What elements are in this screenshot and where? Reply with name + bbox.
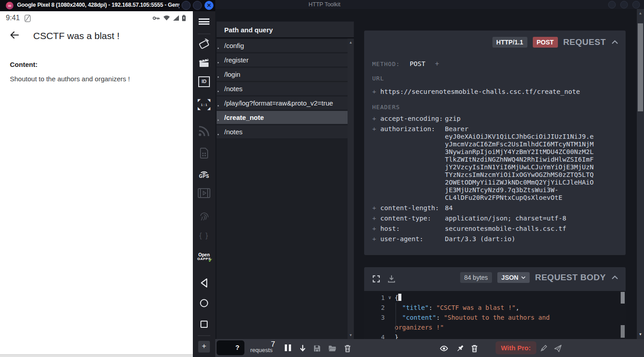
cellular-icon	[173, 15, 179, 21]
maximize-button[interactable]	[193, 1, 202, 10]
window-button[interactable]	[620, 1, 628, 9]
pause-icon[interactable]	[285, 344, 293, 353]
network-stream-icon[interactable]	[193, 124, 215, 138]
headers-label: HEADERS	[372, 104, 400, 110]
fingerprint-icon[interactable]	[193, 208, 215, 223]
ellipsis-dot	[218, 62, 219, 63]
url-value: https://securenotesmobile-challs.csc.tf/…	[380, 88, 580, 95]
code-line: 1∨{	[364, 293, 626, 303]
gps-icon[interactable]: GPS	[193, 166, 215, 181]
open-folder-icon[interactable]	[328, 344, 336, 353]
format-select[interactable]: JSON	[497, 272, 530, 283]
add-header-button[interactable]: +	[372, 215, 380, 222]
collapse-chevron-icon[interactable]	[611, 40, 618, 44]
scrollbar-thumb[interactable]	[638, 23, 643, 111]
code-line: 2 "title": "CSCTF was a blast !",	[364, 303, 626, 313]
edit-url-button[interactable]: +	[372, 88, 380, 95]
scroll-up-icon[interactable]: ▲	[637, 11, 644, 15]
list-scrollbar[interactable]: ▲ ▼	[348, 39, 354, 339]
ellipsis-dot	[218, 119, 219, 121]
edit-method-button[interactable]: +	[435, 60, 439, 68]
request-list-row[interactable]: /create_note	[217, 111, 348, 124]
menu-icon[interactable]	[193, 14, 215, 29]
sim-card-icon[interactable]	[193, 146, 215, 161]
ellipsis-dot	[218, 105, 219, 106]
header-value: Bearer eyJ0eXAiOiJKV1QiLCJhbGciOiJIUzI1N…	[445, 125, 594, 202]
header-name: content-length:	[380, 204, 445, 212]
help-icon[interactable]: ?	[235, 344, 239, 351]
scroll-down-icon[interactable]: ▼	[348, 333, 354, 337]
fold-chevron-icon[interactable]: ∨	[385, 293, 395, 303]
rotate-device-icon[interactable]	[193, 36, 215, 51]
pixel-perfect-icon[interactable]: 1 : 1 ◤◥ ◣◢	[193, 97, 215, 112]
code-token: {	[395, 294, 398, 301]
request-list-row[interactable]: /notes	[217, 125, 348, 138]
back-arrow-button[interactable]	[9, 29, 21, 41]
collapse-chevron-icon[interactable]	[611, 275, 618, 280]
android-recents-icon[interactable]	[193, 317, 215, 331]
request-list-row[interactable]: /notes	[217, 82, 348, 95]
add-header-button[interactable]: +	[372, 225, 380, 233]
scroll-down-icon[interactable]: ▼	[637, 332, 644, 336]
window-scrollbar[interactable]: ▲ ▼	[637, 9, 644, 339]
delete-trash-icon[interactable]	[470, 344, 479, 353]
expand-icon[interactable]	[372, 275, 380, 283]
window-button[interactable]	[608, 1, 616, 9]
fold-gutter	[385, 313, 395, 332]
toolkit-footer: ? 7 requests	[215, 339, 644, 357]
save-icon[interactable]	[313, 344, 321, 353]
screen: ∞ Google Pixel 8 (1080x2400, 428dpi) - 1…	[0, 0, 644, 357]
fold-gutter	[385, 303, 395, 313]
note-title: CSCTF was a blast !	[33, 31, 120, 41]
add-header-button[interactable]: +	[372, 235, 380, 243]
send-icon[interactable]	[554, 344, 562, 353]
content-label: Content:	[10, 61, 38, 68]
header-name: host:	[380, 225, 445, 233]
ellipsis-dot	[218, 91, 219, 92]
header-value: Dart/3.3 (dart:io)	[445, 235, 515, 243]
close-button[interactable]: ✕	[205, 1, 213, 10]
code-token: "CSCTF was a blast !"	[436, 304, 516, 311]
android-home-icon[interactable]	[193, 296, 215, 310]
edit-pencil-icon[interactable]	[540, 344, 548, 353]
request-list-row[interactable]: /play/log?format=raw&proto_v2=true	[217, 97, 348, 110]
eye-icon[interactable]	[440, 344, 448, 353]
request-list-row[interactable]: /register	[217, 53, 348, 66]
header-row: +accept-encoding:gzip	[372, 115, 594, 123]
minimize-button[interactable]	[182, 1, 191, 10]
path-and-query-column-header[interactable]: Path and query	[217, 22, 354, 38]
url-label: URL	[372, 75, 384, 82]
screencast-clapper-icon[interactable]	[193, 56, 215, 70]
scroll-up-icon[interactable]: ▲	[348, 40, 354, 44]
add-widget-button[interactable]: +	[193, 339, 215, 354]
toolkit-titlebar: HTTP Toolkit	[215, 0, 644, 9]
add-header-button[interactable]: +	[372, 125, 380, 202]
editor-scrollbar[interactable]	[621, 291, 625, 339]
request-path: /config	[224, 42, 244, 49]
request-list-row[interactable]: /login	[217, 68, 348, 81]
genymotion-titlebar: ∞ Google Pixel 8 (1080x2400, 428dpi) - 1…	[0, 0, 215, 11]
pin-icon[interactable]	[456, 344, 464, 353]
clear-trash-icon[interactable]	[344, 344, 352, 353]
add-header-button[interactable]: +	[372, 204, 380, 212]
header-value: securenotesmobile-challs.csc.tf	[445, 225, 566, 233]
download-icon[interactable]	[387, 275, 396, 283]
line-number: 3	[364, 313, 385, 332]
request-list-row[interactable]: /config	[217, 39, 348, 52]
script-braces-icon[interactable]: { }	[193, 229, 215, 243]
video-capture-icon[interactable]	[193, 186, 215, 200]
header-value: application/json; charset=utf-8	[445, 215, 566, 222]
status-time: 9:41	[6, 14, 20, 22]
add-header-button[interactable]: +	[372, 115, 380, 123]
ellipsis-dot	[218, 76, 219, 78]
body-code-editor[interactable]: 1∨{2 "title": "CSCTF was a blast !",3 "c…	[364, 291, 626, 339]
android-back-icon[interactable]	[193, 276, 215, 290]
device-id-icon[interactable]: ID	[193, 75, 215, 89]
search-filter-input[interactable]: ?	[217, 340, 244, 355]
opengapps-icon[interactable]: Open GAPPS ✓	[193, 250, 215, 264]
genymotion-window-title: Google Pixel 8 (1080x2400, 428dpi) - 192…	[17, 2, 179, 8]
window-button[interactable]	[632, 1, 640, 9]
pull-down-icon[interactable]	[299, 344, 307, 353]
request-path: /login	[224, 71, 240, 78]
with-pro-badge: With Pro:	[496, 341, 536, 354]
